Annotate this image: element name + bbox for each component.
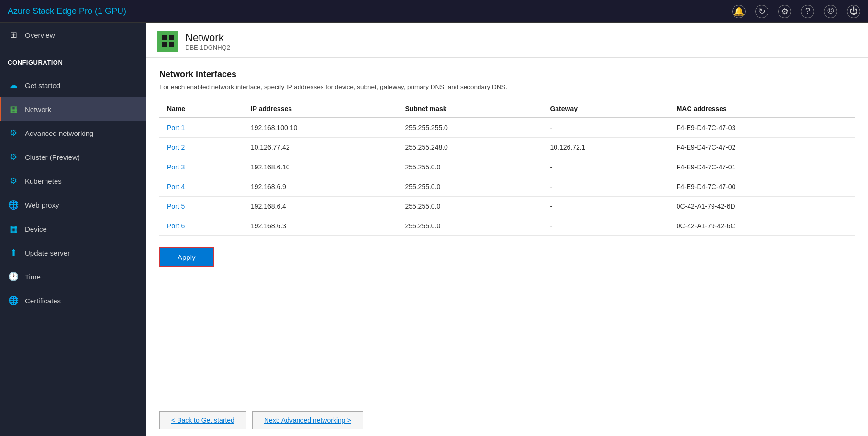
- sidebar-item-label: Kubernetes: [25, 177, 62, 185]
- cell-subnet: 255.255.0.0: [397, 216, 542, 236]
- table-row: Port 3192.168.6.10255.255.0.0-F4-E9-D4-7…: [159, 157, 855, 177]
- cell-ip: 10.126.77.42: [243, 138, 397, 157]
- cell-gateway: -: [542, 197, 668, 216]
- update-server-icon: ⬆: [8, 247, 19, 258]
- cell-subnet: 255.255.0.0: [397, 157, 542, 177]
- device-icon: ▦: [8, 224, 19, 234]
- sidebar-item-certificates[interactable]: 🌐 Certificates: [0, 289, 146, 313]
- port-link-2[interactable]: Port 2: [159, 138, 243, 157]
- cell-gateway: -: [542, 216, 668, 236]
- cell-gateway: -: [542, 118, 668, 138]
- cell-ip: 192.168.6.9: [243, 177, 397, 197]
- cell-subnet: 255.255.255.0: [397, 118, 542, 138]
- table-row: Port 6192.168.6.3255.255.0.0-0C-42-A1-79…: [159, 216, 855, 236]
- port-link-6[interactable]: Port 6: [159, 216, 243, 236]
- col-header-subnet: Subnet mask: [397, 100, 542, 118]
- svg-rect-1: [169, 35, 174, 40]
- cell-ip: 192.168.6.10: [243, 157, 397, 177]
- content-footer: < Back to Get started Next: Advanced net…: [146, 404, 868, 436]
- notification-icon[interactable]: 🔔: [732, 5, 746, 18]
- cell-gateway: -: [542, 157, 668, 177]
- sidebar-item-cluster-preview[interactable]: ⚙ Cluster (Preview): [0, 145, 146, 169]
- sidebar: ⊞ Overview CONFIGURATION ☁ Get started ▦…: [0, 23, 146, 436]
- web-proxy-icon: 🌐: [8, 200, 19, 210]
- sidebar-item-label: Web proxy: [25, 201, 59, 209]
- cell-mac: 0C-42-A1-79-42-6C: [669, 216, 855, 236]
- cell-mac: F4-E9-D4-7C-47-00: [669, 177, 855, 197]
- sidebar-item-overview[interactable]: ⊞ Overview: [0, 23, 146, 47]
- sidebar-item-label: Network: [25, 105, 51, 113]
- section-title: Network interfaces: [159, 69, 855, 79]
- cluster-icon: ⚙: [8, 152, 19, 162]
- port-link-5[interactable]: Port 5: [159, 197, 243, 216]
- content-header: Network DBE-1DGNHQ2: [146, 23, 868, 58]
- topbar: Azure Stack Edge Pro (1 GPU) 🔔 ↻ ⚙ ? © ⏻: [0, 0, 868, 23]
- cell-mac: F4-E9-D4-7C-47-02: [669, 138, 855, 157]
- overview-icon: ⊞: [8, 30, 19, 40]
- time-icon: 🕐: [8, 271, 19, 282]
- cell-ip: 192.168.6.3: [243, 216, 397, 236]
- network-icon: ▦: [8, 104, 19, 114]
- sidebar-section-configuration: CONFIGURATION: [0, 51, 146, 69]
- back-to-get-started-button[interactable]: < Back to Get started: [159, 411, 246, 429]
- sidebar-item-label: Advanced networking: [25, 129, 93, 137]
- col-header-gateway: Gateway: [542, 100, 668, 118]
- app-title: Azure Stack Edge Pro (1 GPU): [8, 6, 126, 16]
- refresh-icon[interactable]: ↻: [755, 5, 768, 18]
- sidebar-item-label: Cluster (Preview): [25, 153, 80, 161]
- table-row: Port 1192.168.100.10255.255.255.0-F4-E9-…: [159, 118, 855, 138]
- port-link-3[interactable]: Port 3: [159, 157, 243, 177]
- col-header-ip: IP addresses: [243, 100, 397, 118]
- sidebar-item-label: Certificates: [25, 297, 61, 305]
- content-body: Network interfaces For each enabled netw…: [146, 58, 868, 404]
- advanced-networking-icon: ⚙: [8, 128, 19, 138]
- sidebar-divider-2: [8, 71, 138, 71]
- cell-subnet: 255.255.0.0: [397, 177, 542, 197]
- page-title: Network: [185, 32, 230, 44]
- svg-rect-3: [169, 42, 174, 47]
- settings-icon[interactable]: ⚙: [778, 5, 791, 18]
- sidebar-item-get-started[interactable]: ☁ Get started: [0, 73, 146, 97]
- power-icon[interactable]: ⏻: [847, 5, 860, 18]
- help-icon[interactable]: ?: [801, 5, 814, 18]
- cell-mac: F4-E9-D4-7C-47-01: [669, 157, 855, 177]
- table-row: Port 5192.168.6.4255.255.0.0-0C-42-A1-79…: [159, 197, 855, 216]
- sidebar-item-label: Time: [25, 273, 41, 281]
- topbar-actions: 🔔 ↻ ⚙ ? © ⏻: [732, 5, 860, 18]
- sidebar-item-device[interactable]: ▦ Device: [0, 217, 146, 241]
- cell-subnet: 255.255.248.0: [397, 138, 542, 157]
- user-icon[interactable]: ©: [824, 5, 837, 18]
- sidebar-divider-1: [8, 49, 138, 49]
- network-header-icon: [157, 31, 178, 52]
- col-header-mac: MAC addresses: [669, 100, 855, 118]
- sidebar-item-label: Get started: [25, 81, 60, 89]
- sidebar-item-time[interactable]: 🕐 Time: [0, 265, 146, 289]
- page-subtitle: DBE-1DGNHQ2: [185, 44, 230, 51]
- cell-gateway: 10.126.72.1: [542, 138, 668, 157]
- port-link-4[interactable]: Port 4: [159, 177, 243, 197]
- cell-mac: 0C-42-A1-79-42-6D: [669, 197, 855, 216]
- col-header-name: Name: [159, 100, 243, 118]
- sidebar-item-advanced-networking[interactable]: ⚙ Advanced networking: [0, 121, 146, 145]
- cell-ip: 192.168.6.4: [243, 197, 397, 216]
- next-advanced-networking-button[interactable]: Next: Advanced networking >: [252, 411, 363, 429]
- cell-gateway: -: [542, 177, 668, 197]
- svg-rect-2: [162, 42, 167, 47]
- sidebar-item-network[interactable]: ▦ Network: [0, 97, 146, 121]
- table-header: Name IP addresses Subnet mask Gateway MA…: [159, 100, 855, 118]
- sidebar-item-kubernetes[interactable]: ⚙ Kubernetes: [0, 169, 146, 193]
- cell-ip: 192.168.100.10: [243, 118, 397, 138]
- section-description: For each enabled network interface, spec…: [159, 83, 855, 90]
- apply-button[interactable]: Apply: [159, 247, 214, 267]
- kubernetes-icon: ⚙: [8, 176, 19, 186]
- sidebar-item-update-server[interactable]: ⬆ Update server: [0, 241, 146, 265]
- sidebar-item-web-proxy[interactable]: 🌐 Web proxy: [0, 193, 146, 217]
- port-link-1[interactable]: Port 1: [159, 118, 243, 138]
- sidebar-item-label: Overview: [25, 31, 55, 39]
- cell-mac: F4-E9-D4-7C-47-03: [669, 118, 855, 138]
- get-started-icon: ☁: [8, 80, 19, 90]
- main-layout: ⊞ Overview CONFIGURATION ☁ Get started ▦…: [0, 23, 868, 436]
- table-row: Port 210.126.77.42255.255.248.010.126.72…: [159, 138, 855, 157]
- svg-rect-0: [162, 35, 167, 40]
- network-interfaces-table: Name IP addresses Subnet mask Gateway MA…: [159, 100, 855, 236]
